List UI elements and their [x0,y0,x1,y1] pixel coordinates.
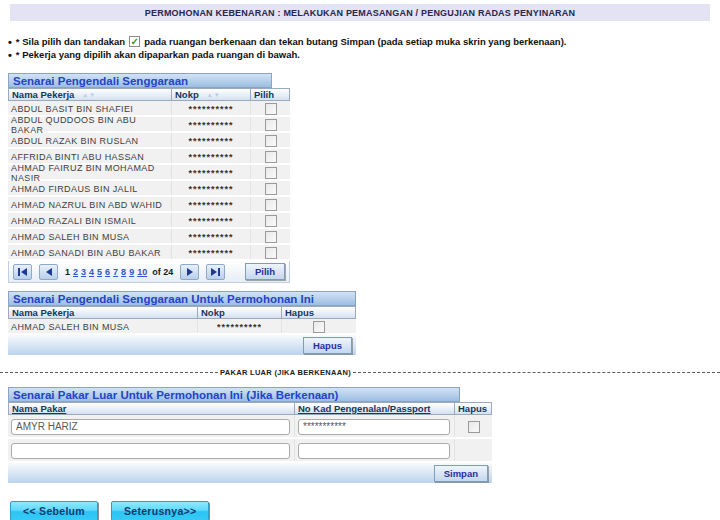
first-page-button[interactable] [13,264,32,280]
sort-desc-icon[interactable]: ▼ [89,92,95,98]
pakar-nama-cell [8,415,295,437]
sort-asc-icon[interactable]: ▲ [207,92,213,98]
table3-header-row: Nama Pakar No Kad Pengenalan/Passport Ha… [8,402,492,415]
hapus-checkbox[interactable] [313,321,325,333]
table1-pager: 1 2 3 4 5 6 7 8 9 10 of 24 Pilih [8,261,290,283]
pakar-kad-input[interactable] [298,443,450,459]
pilih-checkbox[interactable] [265,135,277,147]
divider-dash [0,372,218,373]
note2-text: * Pekerja yang dipilih akan dipaparkan p… [16,48,300,61]
page-link[interactable]: 10 [137,267,147,277]
hapus-cell [455,439,492,461]
table-row: AHMAD NAZRUL BIN ABD WAHID ********** [8,197,290,213]
worker-nokp: ********** [172,197,251,211]
table-row: AHMAD SANADI BIN ABU BAKAR ********** [8,245,290,261]
last-page-button[interactable] [206,264,225,280]
table3-col-no-kad[interactable]: No Kad Pengenalan/Passport [295,402,455,415]
sort-asc-icon[interactable]: ▲ [82,92,88,98]
next-page-button[interactable] [180,264,199,280]
page-link[interactable]: 2 [73,267,78,277]
first-page-icon [18,268,20,276]
table1-col-pilih: Pilih [251,88,290,101]
note1-prefix: * Sila pilih dan tandakan [16,35,125,48]
page-title-bar: PERMOHONAN KEBENARAN : MELAKUKAN PEMASAN… [10,4,710,21]
bottom-navigation: << Sebelum Seterusnya>> [10,501,720,520]
worker-name: AFFRIDA BINTI ABU HASSAN [8,149,172,163]
pilih-cell [251,197,290,211]
pakar-nama-input[interactable] [11,443,290,459]
worker-nokp: ********** [172,149,251,163]
bullet-icon: • [8,37,12,47]
pilih-checkbox[interactable] [265,167,277,179]
pilih-checkbox[interactable] [265,215,277,227]
note-line-2: • * Pekerja yang dipilih akan dipaparkan… [8,48,720,61]
pilih-checkbox[interactable] [265,103,277,115]
sort-icons[interactable]: ▲▼ [207,92,220,98]
worker-name: ABDUL RAZAK BIN RUSLAN [8,133,172,147]
page-title: PERMOHONAN KEBENARAN : MELAKUKAN PEMASAN… [145,8,575,18]
table2-title: Senarai Pengendali Senggaraan Untuk Perm… [8,291,356,306]
worker-name: AHMAD FAIRUZ BIN MOHAMAD NASIR [8,165,172,179]
table-row: AHMAD SALEH BIN MUSA ********** [8,319,356,335]
worker-name: ABDUL QUDDOOS BIN ABU BAKAR [8,117,172,131]
pilih-checkbox[interactable] [265,119,277,131]
pilih-checkbox[interactable] [265,183,277,195]
table-row: AHMAD RAZALI BIN ISMAIL ********** [8,213,290,229]
worker-name: AHMAD RAZALI BIN ISMAIL [8,213,172,227]
pilih-checkbox[interactable] [265,231,277,243]
pilih-checkbox[interactable] [265,247,277,259]
sort-icons[interactable]: ▲▼ [82,92,95,98]
divider-label: PAKAR LUAR (JIKA BERKENAAN) [220,368,351,377]
hapus-button[interactable]: Hapus [303,337,352,354]
simpan-button[interactable]: Simpan [434,465,488,482]
prev-page-button[interactable] [39,264,58,280]
page-link[interactable]: 8 [121,267,126,277]
page-count-label: of 24 [152,267,173,277]
table3-col-nama-pakar[interactable]: Nama Pakar [8,402,295,415]
pilih-cell [251,101,290,115]
worker-nokp: ********** [172,245,251,259]
instruction-notes: • * Sila pilih dan tandakan ✓ pada ruang… [8,35,720,61]
worker-name: AHMAD SALEH BIN MUSA [8,229,172,243]
pilih-checkbox[interactable] [265,199,277,211]
page-link[interactable]: 5 [97,267,102,277]
page-link[interactable]: 6 [105,267,110,277]
pakar-nama-cell [8,439,295,461]
table3-footer-band: Simpan [8,463,492,483]
pilih-cell [251,245,290,259]
table1-header-row: Nama Pekerja ▲▼ Nokp ▲▼ Pilih [8,88,290,101]
worker-nokp: ********** [172,213,251,227]
worker-nokp: ********** [172,133,251,147]
bullet-icon: • [8,50,12,60]
table-pakar-luar: Senarai Pakar Luar Untuk Permohonan Ini … [8,387,492,483]
pilih-button[interactable]: Pilih [245,263,285,280]
page-link[interactable]: 9 [129,267,134,277]
section-divider: PAKAR LUAR (JIKA BERKENAAN) [0,368,720,377]
page-link[interactable]: 4 [89,267,94,277]
page-link[interactable]: 3 [81,267,86,277]
table3-title: Senarai Pakar Luar Untuk Permohonan Ini … [8,387,460,402]
pakar-nama-input[interactable] [11,419,290,435]
table1-title: Senarai Pengendali Senggaraan [8,73,272,88]
sebelum-button[interactable]: << Sebelum [10,501,98,520]
table1-col-nama-pekerja[interactable]: Nama Pekerja ▲▼ [8,88,172,101]
checkbox-checked-icon: ✓ [129,36,140,47]
worker-nokp: ********** [172,101,251,115]
note1-suffix: pada ruangan berkenaan dan tekan butang … [144,35,566,48]
hapus-checkbox[interactable] [468,421,480,433]
worker-nokp: ********** [198,319,282,333]
table1-col-nokp[interactable]: Nokp ▲▼ [172,88,251,101]
table-row: ABDUL QUDDOOS BIN ABU BAKAR ********** [8,117,290,133]
pakar-kad-input[interactable] [298,419,450,435]
pilih-checkbox[interactable] [265,151,277,163]
page: PERMOHONAN KEBENARAN : MELAKUKAN PEMASAN… [0,4,720,520]
worker-nokp: ********** [172,229,251,243]
pilih-cell [251,117,290,131]
table2-footer-band: Hapus [8,335,356,355]
seterusnya-button[interactable]: Seterusnya>> [111,501,209,520]
page-link[interactable]: 7 [113,267,118,277]
next-page-icon [187,268,193,276]
table-row: AHMAD SALEH BIN MUSA ********** [8,229,290,245]
note-line-1: • * Sila pilih dan tandakan ✓ pada ruang… [8,35,720,48]
sort-desc-icon[interactable]: ▼ [214,92,220,98]
